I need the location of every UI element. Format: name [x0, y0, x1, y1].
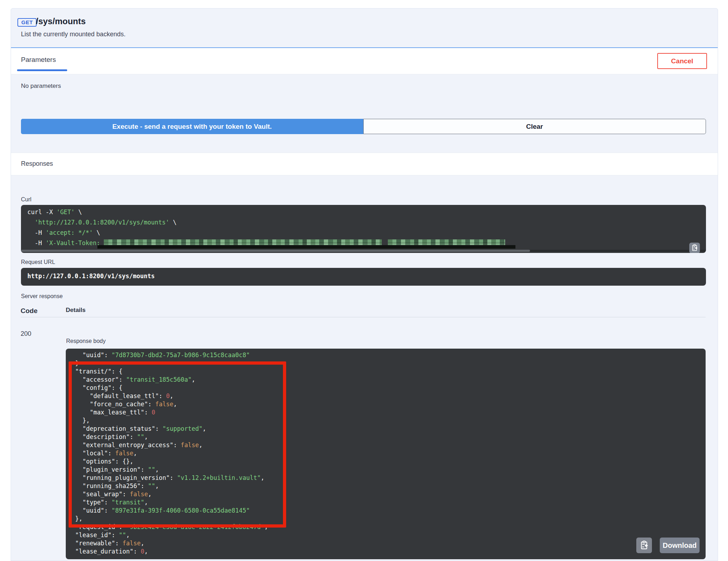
curl-command-text: curl -X 'GET' \ 'http://127.0.0.1:8200/v…: [27, 207, 505, 248]
responses-section-header: Responses: [11, 153, 718, 175]
table-divider: [21, 317, 706, 317]
response-body-label: Response body: [66, 338, 106, 344]
request-url-block: http://127.0.0.1:8200/v1/sys/mounts: [21, 268, 706, 286]
no-parameters-text: No parameters: [21, 83, 61, 90]
endpoint-description: List the currently mounted backends.: [21, 31, 125, 38]
tab-parameters[interactable]: Parameters: [21, 56, 56, 64]
curl-label: Curl: [21, 196, 31, 203]
curl-scrollbar-track: [21, 250, 706, 252]
download-button[interactable]: Download: [660, 538, 700, 553]
token-redaction-strip: [97, 245, 515, 249]
copy-curl-button[interactable]: [689, 243, 700, 253]
execute-row: Execute - send a request with your token…: [21, 119, 706, 134]
curl-command-block: curl -X 'GET' \ 'http://127.0.0.1:8200/v…: [21, 205, 706, 253]
active-tab-underline: [17, 69, 67, 71]
clear-button[interactable]: Clear: [363, 119, 706, 134]
request-url-label: Request URL: [21, 259, 55, 265]
execute-button[interactable]: Execute - send a request with your token…: [21, 119, 363, 134]
http-method-badge: GET: [17, 18, 37, 27]
status-code-200: 200: [21, 330, 31, 338]
code-column-header: Code: [21, 307, 38, 315]
swagger-ui-page: GET /sys/mounts List the currently mount…: [0, 0, 728, 561]
copy-response-button[interactable]: [636, 538, 652, 553]
cancel-button[interactable]: Cancel: [657, 53, 707, 69]
endpoint-path: /sys/mounts: [36, 16, 86, 26]
response-body-json: "uuid": "7d8730b7-dbd2-75a7-b986-9c15c8c…: [68, 351, 268, 556]
details-column-header: Details: [66, 307, 86, 314]
server-response-label: Server response: [21, 293, 63, 300]
copy-clipboard-icon: [691, 244, 698, 252]
curl-scrollbar-thumb[interactable]: [21, 250, 530, 252]
copy-clipboard-icon: [639, 540, 649, 551]
tab-bar: Parameters Cancel: [11, 48, 718, 74]
request-url-value: http://127.0.0.1:8200/v1/sys/mounts: [27, 272, 155, 280]
responses-heading: Responses: [21, 160, 53, 168]
opblock-summary[interactable]: GET /sys/mounts List the currently mount…: [11, 9, 718, 47]
response-controls: Download: [636, 538, 700, 553]
response-body-block: "uuid": "7d8730b7-dbd2-75a7-b986-9c15c8c…: [66, 349, 706, 559]
